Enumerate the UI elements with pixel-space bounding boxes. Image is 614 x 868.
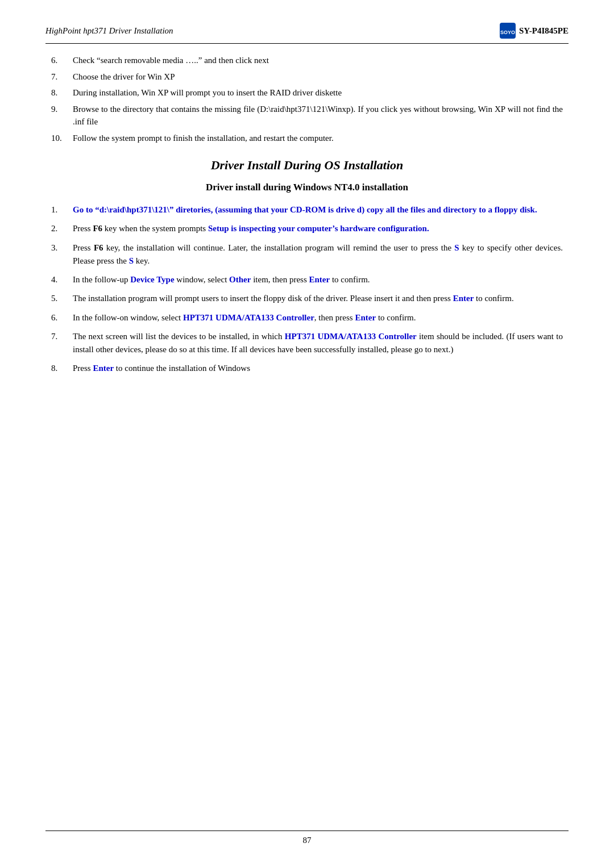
step-content-10: Follow the system prompt to finish the i… (73, 132, 563, 145)
section-title: Driver Install During OS Installation (51, 158, 563, 173)
header-title: HighPoint hpt371 Driver Installation (45, 26, 173, 36)
driver-step-content-5: The installation program will prompt use… (73, 292, 563, 305)
step4-device-type: Device Type (130, 275, 174, 284)
intro-step-9: 9. Browse to the directory that contains… (51, 103, 563, 128)
page-footer: 87 (45, 831, 569, 845)
driver-step-content-4: In the follow-up Device Type window, sel… (73, 273, 563, 286)
page-container: HighPoint hpt371 Driver Installation SOY… (0, 0, 614, 868)
intro-step-6: 6. Check “search removable media …..” an… (51, 54, 563, 67)
step-num-7: 7. (51, 70, 73, 84)
step4-other: Other (229, 275, 251, 284)
driver-step-content-1: Go to “d:\raid\hpt371\121\” diretories, … (73, 203, 563, 216)
step2-blue: Setup is inspecting your computer’s hard… (208, 224, 429, 233)
driver-step-1: 1. Go to “d:\raid\hpt371\121\” diretorie… (51, 203, 563, 216)
driver-step-2: 2. Press F6 key when the system prompts … (51, 222, 563, 235)
subsection-title: Driver install during Windows NT4.0 inst… (51, 182, 563, 193)
step6-enter: Enter (355, 313, 376, 322)
step-content-6: Check “search removable media …..” and t… (73, 54, 563, 67)
driver-step-content-3: Press F6 key, the installation will cont… (73, 241, 563, 268)
step3-s1: S (454, 243, 459, 252)
driver-step-content-6: In the follow-on window, select HPT371 U… (73, 311, 563, 324)
step1-text: Go to “d:\raid\hpt371\121\” diretories, … (73, 205, 537, 214)
driver-step-content-7: The next screen will list the devices to… (73, 330, 563, 357)
driver-step-7: 7. The next screen will list the devices… (51, 330, 563, 357)
step5-enter: Enter (453, 294, 474, 303)
step3-s2: S (129, 256, 134, 265)
step-num-8: 8. (51, 86, 73, 99)
driver-step-num-6: 6. (51, 311, 73, 324)
driver-steps-list: 1. Go to “d:\raid\hpt371\121\” diretorie… (51, 203, 563, 375)
intro-steps-list: 6. Check “search removable media …..” an… (51, 54, 563, 144)
step2-f6: F6 (93, 224, 102, 233)
step6-controller: HPT371 UDMA/ATA133 Controller (183, 313, 314, 322)
driver-step-num-8: 8. (51, 362, 73, 375)
driver-step-num-3: 3. (51, 241, 73, 268)
driver-step-num-7: 7. (51, 330, 73, 357)
header-brand: SOYO SY-P4I845PE (500, 23, 569, 39)
header-brand-text: SY-P4I845PE (519, 26, 569, 36)
step-content-8: During installation, Win XP will prompt … (73, 86, 563, 99)
driver-step-num-5: 5. (51, 292, 73, 305)
driver-step-num-2: 2. (51, 222, 73, 235)
driver-step-8: 8. Press Enter to continue the installat… (51, 362, 563, 375)
page-header: HighPoint hpt371 Driver Installation SOY… (45, 23, 569, 44)
driver-step-3: 3. Press F6 key, the installation will c… (51, 241, 563, 268)
step-content-7: Choose the driver for Win XP (73, 70, 563, 84)
page-number: 87 (303, 836, 312, 845)
page-content: 6. Check “search removable media …..” an… (45, 54, 569, 831)
step-num-10: 10. (51, 132, 73, 145)
intro-step-7: 7. Choose the driver for Win XP (51, 70, 563, 84)
driver-step-6: 6. In the follow-on window, select HPT37… (51, 311, 563, 324)
step7-controller: HPT371 UDMA/ATA133 Controller (285, 332, 417, 341)
driver-step-num-4: 4. (51, 273, 73, 286)
driver-step-4: 4. In the follow-up Device Type window, … (51, 273, 563, 286)
step4-enter: Enter (309, 275, 330, 284)
step-num-9: 9. (51, 103, 73, 128)
driver-step-content-2: Press F6 key when the system prompts Set… (73, 222, 563, 235)
intro-step-8: 8. During installation, Win XP will prom… (51, 86, 563, 99)
driver-step-content-8: Press Enter to continue the installation… (73, 362, 563, 375)
driver-step-5: 5. The installation program will prompt … (51, 292, 563, 305)
step8-enter: Enter (93, 364, 114, 373)
driver-step-num-1: 1. (51, 203, 73, 216)
step-num-6: 6. (51, 54, 73, 67)
intro-step-10: 10. Follow the system prompt to finish t… (51, 132, 563, 145)
step-content-9: Browse to the directory that contains th… (73, 103, 563, 128)
svg-text:SOYO: SOYO (500, 30, 515, 35)
step3-f6: F6 (94, 243, 103, 252)
soyo-logo-icon: SOYO (500, 23, 516, 39)
